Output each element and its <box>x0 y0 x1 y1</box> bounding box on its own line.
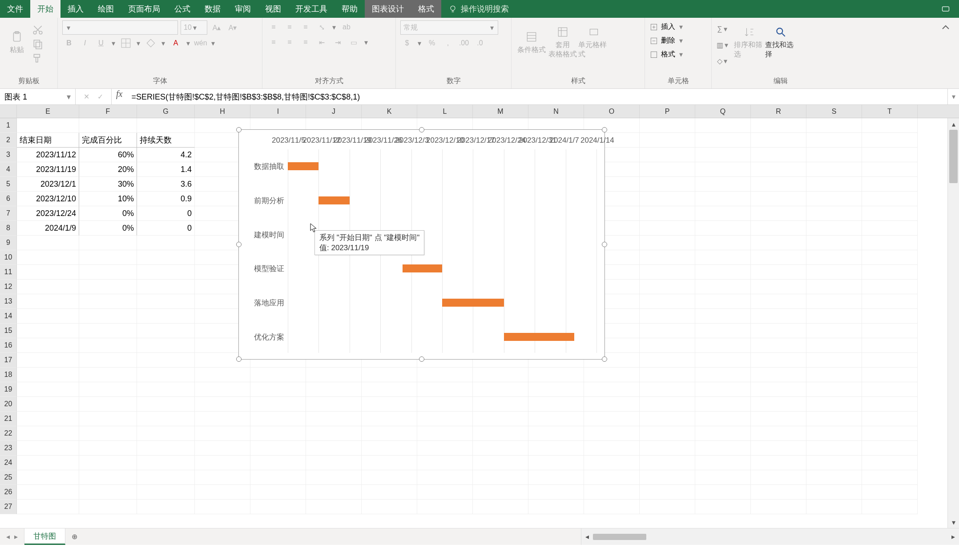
cell[interactable] <box>79 412 137 426</box>
cell[interactable] <box>862 118 918 133</box>
cell[interactable] <box>195 368 250 382</box>
cell[interactable] <box>806 236 862 250</box>
cell[interactable] <box>806 309 862 324</box>
cell[interactable] <box>806 397 862 412</box>
cell[interactable] <box>137 500 195 514</box>
cell[interactable] <box>362 368 417 382</box>
cell[interactable] <box>584 368 640 382</box>
cell[interactable] <box>862 250 918 265</box>
cell[interactable] <box>862 368 918 382</box>
cut-button[interactable] <box>31 23 44 36</box>
cell[interactable] <box>695 265 751 280</box>
cell[interactable] <box>306 397 362 412</box>
cell[interactable] <box>250 426 306 441</box>
cell[interactable] <box>362 500 417 514</box>
cell[interactable]: 结束日期 <box>17 133 79 148</box>
cell[interactable] <box>695 177 751 192</box>
resize-handle-n[interactable] <box>419 127 424 132</box>
copy-button[interactable] <box>31 37 44 51</box>
cell[interactable] <box>17 294 79 309</box>
sheet-prev-icon[interactable]: ◂ <box>6 532 10 541</box>
resize-handle-w[interactable] <box>236 242 242 247</box>
col-header-G[interactable]: G <box>137 105 195 118</box>
shrink-font-button[interactable]: A▾ <box>226 21 239 34</box>
cell[interactable]: 0 <box>137 221 195 236</box>
row-header[interactable]: 1 <box>0 118 17 133</box>
cell[interactable] <box>751 500 806 514</box>
cell[interactable] <box>250 397 306 412</box>
cell[interactable] <box>306 470 362 485</box>
cell[interactable] <box>640 382 695 397</box>
cell[interactable] <box>473 470 528 485</box>
col-header-H[interactable]: H <box>195 105 250 118</box>
cell[interactable] <box>862 192 918 206</box>
align-top-button[interactable]: ≡ <box>267 20 280 34</box>
cell[interactable] <box>417 382 473 397</box>
cell[interactable] <box>751 412 806 426</box>
wrap-text-button[interactable]: ab <box>340 20 353 34</box>
cell[interactable]: 30% <box>79 177 137 192</box>
cell[interactable] <box>195 500 250 514</box>
cell[interactable] <box>862 206 918 221</box>
fill-button[interactable]: ▥▾ <box>716 38 729 52</box>
cell[interactable] <box>362 426 417 441</box>
cell[interactable] <box>79 118 137 133</box>
cell[interactable] <box>806 265 862 280</box>
cell[interactable] <box>137 456 195 470</box>
tab-file[interactable]: 文件 <box>0 0 30 18</box>
cell[interactable] <box>695 133 751 148</box>
cell[interactable] <box>584 456 640 470</box>
cell[interactable] <box>250 485 306 500</box>
cell[interactable] <box>250 412 306 426</box>
cell[interactable] <box>79 250 137 265</box>
cell[interactable] <box>79 397 137 412</box>
cell[interactable] <box>751 221 806 236</box>
cell[interactable] <box>362 412 417 426</box>
cell[interactable] <box>79 309 137 324</box>
cell[interactable] <box>640 177 695 192</box>
cell[interactable] <box>417 456 473 470</box>
row-header[interactable]: 6 <box>0 192 17 206</box>
cell[interactable] <box>640 456 695 470</box>
tab-view[interactable]: 视图 <box>258 0 288 18</box>
cell[interactable] <box>751 177 806 192</box>
cell[interactable] <box>695 426 751 441</box>
cell[interactable] <box>640 118 695 133</box>
row-header[interactable]: 17 <box>0 353 17 368</box>
fx-label[interactable]: fx <box>112 89 127 104</box>
cell[interactable] <box>473 397 528 412</box>
cell[interactable] <box>79 294 137 309</box>
cell[interactable]: 0% <box>79 221 137 236</box>
cell[interactable] <box>751 265 806 280</box>
cell[interactable] <box>306 485 362 500</box>
gantt-bar[interactable] <box>504 333 575 341</box>
cell[interactable] <box>640 441 695 456</box>
align-middle-button[interactable]: ≡ <box>283 20 296 34</box>
cell[interactable] <box>195 485 250 500</box>
cell[interactable] <box>862 441 918 456</box>
comma-button[interactable]: , <box>441 36 455 50</box>
cell[interactable] <box>751 280 806 294</box>
cell[interactable] <box>695 485 751 500</box>
col-header-P[interactable]: P <box>640 105 695 118</box>
row-header[interactable]: 19 <box>0 382 17 397</box>
cell[interactable] <box>751 294 806 309</box>
cell[interactable] <box>79 382 137 397</box>
table-format-button[interactable]: 套用 表格格式 <box>547 20 578 65</box>
cell[interactable] <box>640 485 695 500</box>
cell[interactable] <box>137 265 195 280</box>
tab-help[interactable]: 帮助 <box>334 0 365 18</box>
cell[interactable] <box>862 500 918 514</box>
cell[interactable] <box>417 412 473 426</box>
cell[interactable]: 2023/12/10 <box>17 192 79 206</box>
cell[interactable] <box>751 206 806 221</box>
col-header-L[interactable]: L <box>417 105 473 118</box>
cell[interactable] <box>417 368 473 382</box>
cell[interactable] <box>640 470 695 485</box>
tab-review[interactable]: 审阅 <box>228 0 258 18</box>
cell[interactable] <box>695 500 751 514</box>
insert-cells-button[interactable]: 插入▾ <box>649 22 707 32</box>
cell[interactable] <box>79 426 137 441</box>
cell[interactable] <box>862 456 918 470</box>
row-header[interactable]: 7 <box>0 206 17 221</box>
